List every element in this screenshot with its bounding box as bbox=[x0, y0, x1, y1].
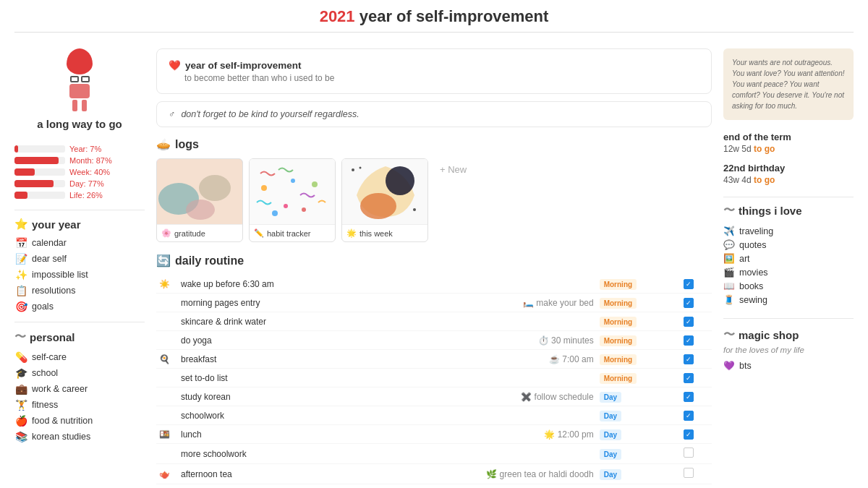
thing-movies: 🎬 movies bbox=[723, 265, 854, 279]
reminder-card: ♂ don't forget to be kind to yourself re… bbox=[156, 101, 712, 127]
log-label-habit: ✏️ habit tracker bbox=[250, 224, 335, 241]
nav-korean-studies[interactable]: 📚 korean studies bbox=[14, 429, 145, 445]
things-title: 〜 things i love bbox=[723, 203, 854, 218]
magic-shop-title: 〜 magic shop bbox=[723, 328, 854, 343]
table-row: skincare & drink water Morning ✓ bbox=[156, 312, 712, 331]
svg-point-10 bbox=[272, 210, 278, 216]
thing-sewing: 🧵 sewing bbox=[723, 293, 854, 307]
wave-icon-magic: 〜 bbox=[723, 328, 735, 343]
wave-icon-personal: 〜 bbox=[14, 330, 26, 345]
thing-traveling: ✈️ traveling bbox=[723, 224, 854, 238]
table-row: ☀️ wake up before 6:30 am Morning ✓ bbox=[156, 275, 712, 294]
page-title: 2021 year of self-improvement bbox=[14, 7, 854, 33]
table-row: 🍳 breakfast ☕ 7:00 am Morning ✓ bbox=[156, 350, 712, 369]
table-row: study korean ✖️ follow schedule Day ✓ bbox=[156, 388, 712, 406]
task-checkbox[interactable]: ✓ bbox=[684, 411, 694, 421]
nav-fitness[interactable]: 🏋️ fitness bbox=[14, 397, 145, 413]
task-checkbox[interactable]: ✓ bbox=[684, 354, 694, 364]
progress-month: Month: 87% bbox=[14, 156, 145, 165]
progress-week: Week: 40% bbox=[14, 168, 145, 176]
left-sidebar: a long way to go Year: 7% Month: 87% Wee… bbox=[14, 41, 145, 488]
table-row: set to-do list Morning ✓ bbox=[156, 369, 712, 388]
log-thumb-gratitude bbox=[157, 159, 243, 224]
countdown-section: end of the term 12w 5d to go 22nd birthd… bbox=[723, 132, 854, 185]
quotes-icon: 💬 bbox=[723, 239, 735, 250]
task-checkbox[interactable] bbox=[684, 468, 694, 478]
personal-nav: 💊 self-care 🎓 school 💼 work & career 🏋️ … bbox=[14, 349, 145, 445]
your-year-title: ⭐ your year bbox=[14, 218, 145, 231]
goals-icon: 🎯 bbox=[14, 301, 27, 312]
svg-point-12 bbox=[386, 166, 414, 195]
countdown-term: end of the term 12w 5d to go bbox=[723, 132, 854, 154]
avatar bbox=[54, 48, 105, 114]
quote-text: Your wants are not outrageous. You want … bbox=[732, 59, 845, 110]
progress-section: Year: 7% Month: 87% Week: 40% Day: 77% L… bbox=[14, 145, 145, 200]
magic-shop-section: 〜 magic shop for the loves of my life 💜 … bbox=[723, 328, 854, 372]
table-row: 🍱 lunch 🌟 12:00 pm Day ✓ bbox=[156, 425, 712, 444]
nav-food-nutrition[interactable]: 🍎 food & nutrition bbox=[14, 413, 145, 429]
nav-work-career[interactable]: 💼 work & career bbox=[14, 381, 145, 397]
add-new-log-button[interactable]: + New bbox=[434, 158, 472, 181]
svg-rect-4 bbox=[250, 159, 336, 224]
progress-life: Life: 26% bbox=[14, 191, 145, 200]
thing-art: 🖼️ art bbox=[723, 252, 854, 265]
nav-goals[interactable]: 🎯 goals bbox=[14, 299, 145, 314]
task-checkbox[interactable]: ✓ bbox=[684, 279, 694, 289]
log-card-gratitude[interactable]: 🌸 gratitude bbox=[156, 158, 243, 242]
your-year-nav: 📅 calendar 📝 dear self ✨ impossible list… bbox=[14, 235, 145, 314]
table-row: do yoga ⏱️ 30 minutes Morning ✓ bbox=[156, 331, 712, 350]
table-row: watch a movie! Day bbox=[156, 484, 712, 489]
resolutions-icon: 📋 bbox=[14, 285, 27, 296]
things-i-love-section: 〜 things i love ✈️ traveling 💬 quotes 🖼️… bbox=[723, 203, 854, 307]
star-icon: ⭐ bbox=[14, 218, 28, 231]
tea-icon: 🫖 bbox=[159, 469, 170, 479]
log-card-week[interactable]: 🌟 this week bbox=[341, 158, 428, 242]
logs-icon: 🥧 bbox=[156, 137, 171, 151]
nav-impossible-list[interactable]: ✨ impossible list bbox=[14, 267, 145, 283]
avatar-section: a long way to go bbox=[14, 48, 145, 136]
task-checkbox[interactable]: ✓ bbox=[684, 317, 694, 327]
avatar-caption: a long way to go bbox=[37, 118, 122, 130]
svg-point-13 bbox=[360, 193, 396, 219]
log-thumb-habit bbox=[250, 159, 336, 224]
calendar-icon: 📅 bbox=[14, 237, 27, 249]
magic-shop-subtitle: for the loves of my life bbox=[723, 346, 854, 354]
svg-point-7 bbox=[284, 204, 288, 208]
task-checkbox[interactable]: ✓ bbox=[684, 392, 694, 402]
nav-school[interactable]: 🎓 school bbox=[14, 365, 145, 381]
reminder-icon: ♂ bbox=[169, 109, 175, 119]
logs-section-header: 🥧 logs bbox=[156, 137, 712, 151]
log-card-habit[interactable]: ✏️ habit tracker bbox=[249, 158, 336, 242]
nav-dear-self[interactable]: 📝 dear self bbox=[14, 251, 145, 267]
bts-icon: 💜 bbox=[723, 360, 735, 371]
routine-icon: 🔄 bbox=[156, 254, 171, 267]
thing-quotes: 💬 quotes bbox=[723, 238, 854, 252]
svg-point-15 bbox=[359, 167, 362, 169]
goal-icon: ❤️ bbox=[169, 59, 181, 71]
nav-self-care[interactable]: 💊 self-care bbox=[14, 349, 145, 365]
movies-icon: 🎬 bbox=[723, 267, 735, 278]
task-checkbox[interactable]: ✓ bbox=[684, 335, 694, 346]
quote-card: Your wants are not outrageous. You want … bbox=[723, 48, 854, 120]
right-sidebar: Your wants are not outrageous. You want … bbox=[723, 41, 854, 488]
goal-subtitle: to become better than who i used to be bbox=[169, 73, 699, 83]
traveling-icon: ✈️ bbox=[723, 226, 735, 236]
breakfast-icon: 🍳 bbox=[159, 354, 170, 364]
task-checkbox[interactable]: ✓ bbox=[684, 373, 694, 383]
dear-self-icon: 📝 bbox=[14, 253, 27, 265]
sewing-icon: 🧵 bbox=[723, 294, 735, 305]
books-icon: 📖 bbox=[723, 281, 735, 291]
personal-title: 〜 personal bbox=[14, 330, 145, 345]
reminder-text: don't forget to be kind to yourself rega… bbox=[181, 109, 359, 119]
lunch-icon: 🍱 bbox=[159, 429, 170, 440]
task-checkbox[interactable]: ✓ bbox=[684, 429, 694, 440]
task-checkbox[interactable] bbox=[684, 448, 694, 458]
table-row: morning pages entry 🛏️ make your bed Mor… bbox=[156, 294, 712, 312]
thing-books: 📖 books bbox=[723, 279, 854, 293]
nav-resolutions[interactable]: 📋 resolutions bbox=[14, 283, 145, 299]
task-checkbox[interactable]: ✓ bbox=[684, 298, 694, 308]
nav-calendar[interactable]: 📅 calendar bbox=[14, 235, 145, 251]
svg-point-6 bbox=[291, 179, 295, 183]
log-label-gratitude: 🌸 gratitude bbox=[157, 224, 242, 241]
svg-point-5 bbox=[261, 185, 267, 191]
